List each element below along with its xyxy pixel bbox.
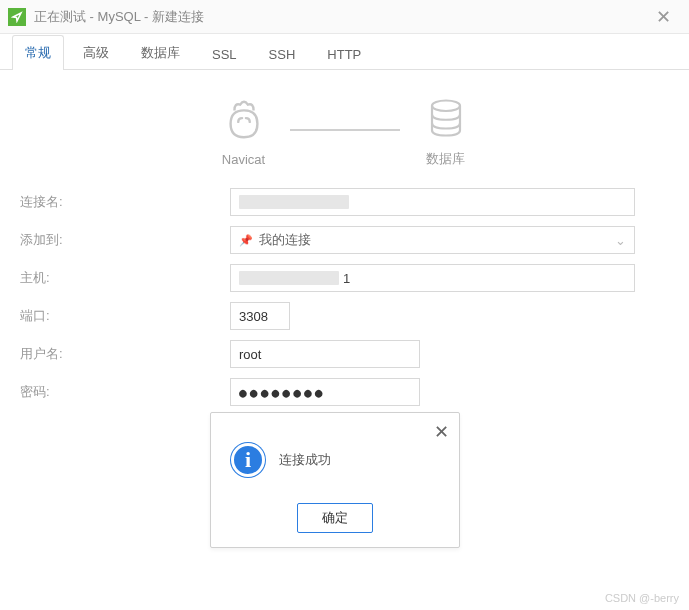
connection-name-input[interactable] bbox=[230, 188, 635, 216]
add-to-select[interactable]: 📌我的连接 ⌄ bbox=[230, 226, 635, 254]
connection-diagram: Navicat 数据库 bbox=[0, 70, 689, 178]
tab-general[interactable]: 常规 bbox=[12, 35, 64, 70]
window-title: 正在测试 - MySQL - 新建连接 bbox=[34, 8, 204, 26]
info-icon: i bbox=[231, 443, 265, 477]
label-host: 主机: bbox=[20, 269, 230, 287]
host-input[interactable]: 1 bbox=[230, 264, 635, 292]
message-box: ✕ i 连接成功 确定 bbox=[210, 412, 460, 548]
tab-http[interactable]: HTTP bbox=[314, 38, 374, 70]
diagram-navicat-label: Navicat bbox=[222, 152, 265, 167]
port-input[interactable] bbox=[230, 302, 290, 330]
diagram-connector-line bbox=[290, 129, 400, 131]
label-add-to: 添加到: bbox=[20, 231, 230, 249]
label-password: 密码: bbox=[20, 383, 230, 401]
app-icon bbox=[8, 8, 26, 26]
add-to-value: 我的连接 bbox=[259, 232, 311, 247]
tab-database[interactable]: 数据库 bbox=[128, 35, 193, 70]
diagram-database: 数据库 bbox=[420, 92, 472, 168]
tab-bar: 常规 高级 数据库 SSL SSH HTTP bbox=[0, 34, 689, 70]
svg-point-0 bbox=[432, 101, 460, 112]
tab-ssh[interactable]: SSH bbox=[256, 38, 309, 70]
diagram-database-label: 数据库 bbox=[426, 150, 465, 168]
form: 连接名: 添加到: 📌我的连接 ⌄ 主机: 1 端口: 用户名: 密码: ●●●… bbox=[0, 178, 689, 444]
label-port: 端口: bbox=[20, 307, 230, 325]
message-close-button[interactable]: ✕ bbox=[434, 421, 449, 443]
database-icon bbox=[420, 92, 472, 144]
navicat-icon bbox=[218, 94, 270, 146]
host-suffix: 1 bbox=[343, 271, 350, 286]
ok-button[interactable]: 确定 bbox=[297, 503, 373, 533]
window-close-button[interactable]: ✕ bbox=[646, 2, 681, 32]
watermark: CSDN @-berry bbox=[605, 592, 679, 604]
tab-advanced[interactable]: 高级 bbox=[70, 35, 122, 70]
title-bar: 正在测试 - MySQL - 新建连接 ✕ bbox=[0, 0, 689, 34]
label-connection-name: 连接名: bbox=[20, 193, 230, 211]
password-input[interactable]: ●●●●●●●● bbox=[230, 378, 420, 406]
chevron-down-icon: ⌄ bbox=[615, 233, 626, 248]
label-username: 用户名: bbox=[20, 345, 230, 363]
pin-icon: 📌 bbox=[239, 234, 253, 246]
username-input[interactable] bbox=[230, 340, 420, 368]
diagram-navicat: Navicat bbox=[218, 94, 270, 167]
message-text: 连接成功 bbox=[279, 451, 331, 469]
tab-ssl[interactable]: SSL bbox=[199, 38, 250, 70]
